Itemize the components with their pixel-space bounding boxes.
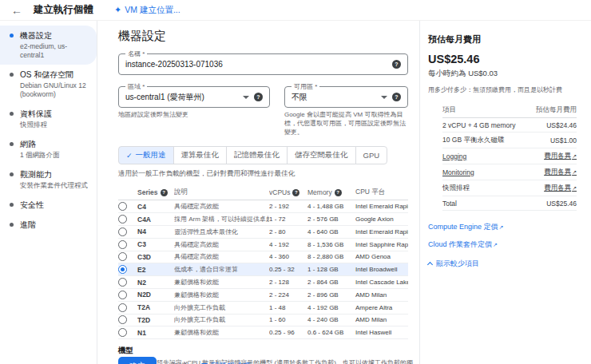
sparkle-icon: ✦ bbox=[114, 5, 121, 15]
sidebar-item-5[interactable]: 觀測能力安裝作業套件代理程式 bbox=[0, 164, 97, 195]
sidebar-item-label: 進階 bbox=[20, 220, 36, 230]
series-memory: 2 - 864 GB bbox=[307, 279, 355, 286]
series-name: C3 bbox=[137, 240, 174, 248]
series-memory: 0.6 - 624 GB bbox=[307, 329, 355, 336]
series-row-N2D[interactable]: N2D兼顧價格和效能2 - 2242 - 896 GBAMD Milan bbox=[118, 289, 408, 302]
pricing-links: Compute Engine 定價Cloud 作業套件定價 bbox=[428, 222, 581, 250]
series-radio[interactable] bbox=[118, 252, 127, 261]
series-table-body: C4具備穩定高效能2 - 1924 - 1,488 GBIntel Emeral… bbox=[118, 200, 408, 339]
cost-item-amount[interactable]: 費用各異 bbox=[544, 168, 577, 177]
series-radio[interactable] bbox=[118, 228, 127, 236]
ai-suggestion-chip[interactable]: ✦ VM 建立位置... bbox=[114, 5, 180, 16]
equivalent-code-link[interactable]: 同等程式碼 bbox=[201, 357, 251, 364]
step-dot-icon bbox=[10, 142, 14, 146]
sidebar-item-sub: 快照排程 bbox=[20, 121, 52, 129]
family-tab-2[interactable]: 運算最佳化 bbox=[173, 146, 228, 164]
cost-item-amount[interactable]: 費用各異 bbox=[544, 152, 577, 161]
tab-label: 記憶體最佳化 bbox=[234, 150, 280, 160]
series-radio[interactable] bbox=[118, 202, 127, 211]
pricing-link-2[interactable]: Cloud 作業套件定價 bbox=[428, 239, 581, 250]
col-memory: Memory bbox=[307, 188, 332, 196]
series-radio[interactable] bbox=[118, 278, 127, 287]
family-tab-5[interactable]: GPU bbox=[355, 146, 388, 164]
col-cpu-platform: CPU 平台 bbox=[355, 188, 408, 197]
sidebar-item-4[interactable]: 網路1 個網路介面 bbox=[0, 134, 97, 164]
zone-hint: Google 會以盡可能提高 VM 可取得性為目標，代您選取可用區，可用區設定後… bbox=[284, 111, 408, 136]
cost-table: 項目 預估每月費用 2 vCPU + 4 GB memoryUS$24.4610… bbox=[442, 102, 577, 211]
chevron-down-icon bbox=[243, 96, 249, 99]
create-button[interactable]: 建立 bbox=[118, 357, 157, 364]
series-name: C4 bbox=[137, 203, 174, 211]
cost-row: Logging費用各異 bbox=[442, 148, 577, 164]
zone-help-icon[interactable] bbox=[392, 93, 401, 101]
cost-item-label[interactable]: Logging bbox=[442, 152, 466, 160]
series-row-T2A[interactable]: T2A向外擴充工作負載1 - 484 - 192 GBAmpere Altra bbox=[118, 302, 408, 315]
series-name: N1 bbox=[137, 329, 174, 337]
step-dot-icon bbox=[10, 112, 14, 116]
back-arrow-icon[interactable]: ← bbox=[11, 4, 22, 17]
series-radio[interactable] bbox=[118, 215, 127, 224]
series-radio[interactable] bbox=[118, 240, 127, 249]
family-tab-3[interactable]: 記憶體最佳化 bbox=[226, 146, 288, 164]
series-name: T2D bbox=[137, 316, 174, 324]
cancel-button[interactable]: 取消 bbox=[168, 357, 190, 364]
series-row-T2D[interactable]: T2D向外擴充工作負載1 - 604 - 240 GBAMD Milan bbox=[118, 315, 408, 327]
sidebar-item-7[interactable]: 進階 bbox=[0, 215, 97, 235]
region-select[interactable]: 區域 * us-central1 (愛荷華州) bbox=[118, 86, 270, 108]
cost-item-label: 快照排程 bbox=[442, 184, 470, 193]
memory-help-icon[interactable] bbox=[335, 189, 342, 196]
series-row-N2[interactable]: N2兼顧價格和效能2 - 1282 - 864 GBIntel Cascade … bbox=[118, 276, 408, 289]
cost-col-item: 項目 bbox=[442, 105, 456, 115]
series-cpu-platform: Intel Emerald Rapids bbox=[355, 228, 408, 235]
series-row-C4A[interactable]: C4A採用 Arm 架構，可以持續提供卓越效能1 - 722 - 576 GBG… bbox=[118, 213, 408, 226]
instance-name-field[interactable]: 名稱 * bbox=[118, 53, 408, 75]
series-row-C4[interactable]: C4具備穩定高效能2 - 1924 - 1,488 GBIntel Emeral… bbox=[118, 200, 408, 213]
cost-row: 2 vCPU + 4 GB memoryUS$24.46 bbox=[442, 118, 577, 133]
vcpus-help-icon[interactable] bbox=[292, 189, 299, 196]
series-memory: 4 - 640 GB bbox=[307, 228, 355, 235]
series-row-C3[interactable]: C3具備穩定高效能4 - 1928 - 1,536 GBIntel Sapphi… bbox=[118, 239, 408, 251]
series-radio[interactable] bbox=[118, 265, 127, 274]
series-row-N1[interactable]: N1兼顧價格和效能0.25 - 960.6 - 624 GBIntel Hasw… bbox=[118, 326, 408, 339]
cost-col-amount: 預估每月費用 bbox=[536, 105, 577, 115]
series-table: Series 說明 vCPUs Memory CPU 平台 C4具備穩定高效能2… bbox=[118, 185, 408, 339]
series-radio[interactable] bbox=[118, 303, 127, 312]
series-radio[interactable] bbox=[118, 328, 127, 337]
step-dot-icon bbox=[10, 73, 14, 77]
zone-value: 不限 bbox=[292, 92, 376, 103]
series-description: 低成本，適合日常運算 bbox=[174, 265, 269, 274]
step-dot-icon bbox=[10, 172, 14, 176]
zone-select[interactable]: 可用區 * 不限 bbox=[284, 86, 408, 108]
series-description: 兼顧價格和效能 bbox=[174, 328, 269, 337]
family-tab-4[interactable]: 儲存空間最佳化 bbox=[287, 146, 356, 164]
region-help-icon[interactable] bbox=[254, 93, 263, 101]
sidebar-item-1[interactable]: 機器設定e2-medium, us-central1 bbox=[0, 26, 97, 65]
family-tab-1[interactable]: 一般用途 bbox=[118, 146, 174, 164]
sidebar-item-6[interactable]: 安全性 bbox=[0, 195, 97, 215]
series-row-C3D[interactable]: C3D具備穩定高效能4 - 3608 - 2,880 GBAMD Genoa bbox=[118, 251, 408, 264]
series-vcpus: 1 - 48 bbox=[269, 304, 307, 311]
name-help-icon[interactable] bbox=[392, 60, 401, 69]
sidebar-item-2[interactable]: OS 和儲存空間Debian GNU/Linux 12 (bookworm) bbox=[0, 65, 97, 104]
series-help-icon[interactable] bbox=[161, 189, 168, 196]
tab-label: GPU bbox=[363, 151, 380, 160]
series-row-E2[interactable]: E2低成本，適合日常運算0.25 - 321 - 128 GBIntel Bro… bbox=[118, 263, 408, 276]
series-row-N4[interactable]: N4靈活彈性且成本最佳化2 - 804 - 640 GBIntel Emeral… bbox=[118, 226, 408, 239]
top-app-bar: ← 建立執行個體 ✦ VM 建立位置... bbox=[0, 0, 591, 21]
sidebar-item-3[interactable]: 資料保護快照排程 bbox=[0, 104, 97, 134]
sidebar-item-sub: 1 個網路介面 bbox=[20, 151, 60, 160]
zone-label: 可用區 * bbox=[292, 82, 319, 91]
cost-item-amount[interactable]: 費用各異 bbox=[544, 184, 577, 193]
pricing-link-1[interactable]: Compute Engine 定價 bbox=[428, 222, 581, 232]
series-radio[interactable] bbox=[118, 291, 127, 299]
series-radio[interactable] bbox=[118, 315, 127, 324]
region-value: us-central1 (愛荷華州) bbox=[125, 92, 238, 103]
series-memory: 2 - 896 GB bbox=[307, 291, 355, 299]
series-cpu-platform: AMD Genoa bbox=[355, 253, 408, 260]
show-less-toggle[interactable]: 顯示較少項目 bbox=[428, 259, 581, 269]
billing-note: 用多少付多少：無須預繳費用，而且是以秒計費 bbox=[428, 85, 581, 94]
cost-item-label[interactable]: Monitoring bbox=[442, 168, 474, 176]
series-cpu-platform: Ampere Altra bbox=[355, 304, 408, 311]
instance-name-input[interactable] bbox=[125, 60, 392, 69]
series-name: T2A bbox=[137, 303, 174, 311]
